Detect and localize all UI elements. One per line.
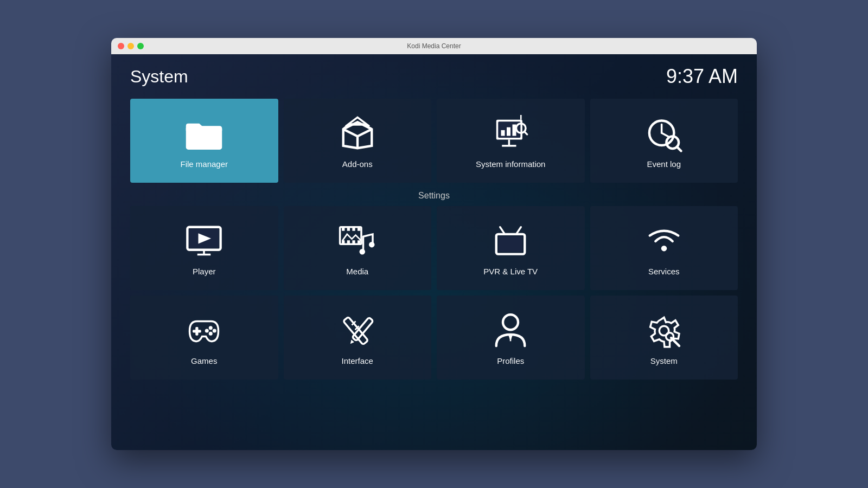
tile-services-label: Services (648, 267, 680, 276)
tile-media[interactable]: Media (284, 206, 432, 290)
tile-pvr-live-tv[interactable]: PVR & Live TV (437, 206, 585, 290)
settings-row-1: Player (130, 206, 738, 290)
svg-rect-23 (342, 227, 344, 231)
tile-games[interactable]: Games (130, 296, 278, 380)
clock-display: 9:37 AM (666, 65, 738, 88)
traffic-lights (118, 43, 144, 49)
tile-file-manager[interactable]: File manager (130, 99, 278, 183)
svg-rect-4 (501, 130, 505, 136)
tile-file-manager-label: File manager (180, 159, 228, 169)
player-icon (185, 222, 223, 260)
tile-system[interactable]: System (590, 296, 738, 380)
main-area: File manager Add-o (111, 93, 757, 450)
header: System 9:37 AM (111, 54, 757, 93)
svg-point-40 (209, 326, 213, 330)
services-icon (645, 222, 683, 260)
media-icon (339, 222, 376, 260)
svg-rect-5 (507, 127, 510, 136)
tile-pvr-live-tv-label: PVR & Live TV (483, 267, 538, 276)
svg-rect-27 (342, 240, 344, 244)
tile-add-ons-label: Add-ons (342, 159, 373, 169)
tile-interface-label: Interface (342, 356, 373, 365)
tile-system-information[interactable]: System information (437, 99, 585, 183)
games-icon (185, 312, 223, 350)
event-log-icon (645, 115, 683, 153)
settings-label: Settings (130, 191, 738, 201)
profiles-icon (492, 312, 529, 350)
svg-point-49 (503, 314, 518, 330)
pvr-icon (492, 222, 529, 260)
maximize-button[interactable] (137, 43, 144, 49)
svg-line-14 (661, 133, 668, 137)
tile-system-information-label: System information (476, 159, 545, 169)
svg-rect-30 (358, 240, 360, 244)
system-icon (645, 312, 683, 350)
tile-event-log[interactable]: Event log (590, 99, 738, 183)
minimize-button[interactable] (127, 43, 134, 49)
svg-point-43 (209, 332, 213, 336)
svg-point-37 (661, 246, 667, 252)
svg-rect-24 (347, 227, 350, 231)
addons-icon (339, 115, 376, 153)
svg-point-31 (359, 249, 365, 255)
tile-add-ons[interactable]: Add-ons (284, 99, 432, 183)
svg-rect-26 (358, 227, 360, 231)
settings-row-2: Games Interface (130, 296, 738, 380)
svg-marker-51 (509, 336, 513, 342)
page-title: System (130, 67, 188, 87)
tile-interface[interactable]: Interface (284, 296, 432, 380)
tile-event-log-label: Event log (647, 159, 681, 169)
svg-rect-28 (347, 240, 350, 244)
top-tiles-row: File manager Add-o (130, 99, 738, 183)
svg-line-16 (676, 147, 681, 151)
svg-rect-29 (352, 240, 355, 244)
window-title: Kodi Media Center (407, 42, 461, 50)
tile-services[interactable]: Services (590, 206, 738, 290)
svg-rect-34 (499, 236, 522, 252)
svg-point-54 (666, 333, 673, 341)
mac-window: Kodi Media Center System 9:37 AM File ma… (111, 38, 757, 450)
system-info-icon (492, 115, 529, 153)
tile-profiles-label: Profiles (497, 356, 524, 365)
tile-media-label: Media (346, 267, 368, 276)
svg-point-42 (205, 329, 209, 333)
folder-icon (185, 115, 223, 153)
svg-marker-48 (349, 340, 354, 345)
app-content: System 9:37 AM File manager (111, 54, 757, 450)
interface-icon (339, 312, 376, 350)
tile-player-label: Player (193, 267, 216, 276)
svg-line-11 (525, 132, 527, 134)
svg-rect-39 (193, 330, 201, 332)
svg-rect-25 (352, 227, 355, 231)
tile-system-label: System (650, 356, 678, 365)
tile-player[interactable]: Player (130, 206, 278, 290)
close-button[interactable] (118, 43, 124, 49)
tile-games-label: Games (191, 356, 217, 365)
svg-point-41 (213, 329, 216, 333)
svg-point-32 (369, 242, 375, 248)
title-bar: Kodi Media Center (111, 38, 757, 54)
tile-profiles[interactable]: Profiles (437, 296, 585, 380)
